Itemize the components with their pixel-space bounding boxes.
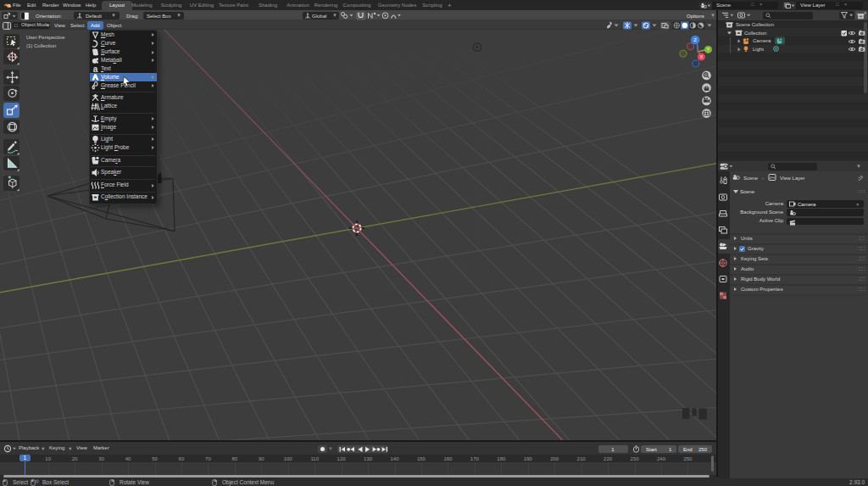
svg-text:X: X bbox=[699, 54, 703, 59]
svg-text:a: a bbox=[92, 64, 97, 74]
svg-text:Y: Y bbox=[706, 47, 709, 52]
svg-text:Z: Z bbox=[693, 37, 697, 42]
